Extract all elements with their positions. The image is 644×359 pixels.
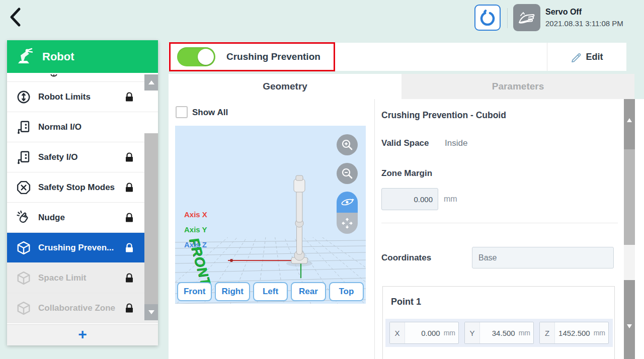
view-rear-button[interactable]: Rear xyxy=(291,282,326,301)
axis-z-label: Axis Z xyxy=(184,240,207,249)
view-right-button[interactable]: Right xyxy=(215,282,250,301)
tab-bar: Geometry Parameters xyxy=(169,74,634,99)
sidebar-item-crushing-prevention[interactable]: Crushing Preven... xyxy=(7,233,158,263)
zone-margin-input[interactable]: 0.000 xyxy=(381,188,438,210)
lock-icon xyxy=(124,152,135,163)
zoom-in-button[interactable] xyxy=(337,134,358,155)
zoom-in-icon xyxy=(341,138,354,151)
sidebar-title: Robot xyxy=(42,50,74,63)
pencil-icon xyxy=(571,51,582,62)
point-x-value: 0.000 xyxy=(405,322,442,343)
coordinates-select[interactable]: Base xyxy=(472,247,614,268)
sidebar-item-robot-limits[interactable]: Robot Limits xyxy=(7,82,158,112)
io-icon xyxy=(16,150,31,165)
cube-icon xyxy=(16,301,31,316)
edit-button[interactable]: Edit xyxy=(547,43,626,71)
view-buttons: Front Right Left Rear Top xyxy=(177,282,364,301)
sidebar-list: Robot Limits Normal I/O Safety I/O xyxy=(7,73,158,324)
sidebar-item-label: Collaborative Zone xyxy=(38,303,115,313)
valid-space-value: Inside xyxy=(445,138,467,148)
io-icon xyxy=(16,120,31,135)
scroll-up-button[interactable] xyxy=(144,74,158,91)
view-top-button[interactable]: Top xyxy=(329,282,364,301)
scroll-track[interactable] xyxy=(624,245,635,280)
sidebar-item-label: Nudge xyxy=(38,213,65,223)
coordinates-label: Coordinates xyxy=(381,253,431,263)
view-front-button[interactable]: Front xyxy=(177,282,212,301)
scroll-down-button[interactable] xyxy=(624,280,635,359)
clipped-item-above xyxy=(7,73,158,82)
topbar-divider xyxy=(507,8,508,28)
point-y-value: 34.500 xyxy=(480,322,517,343)
view-left-button[interactable]: Left xyxy=(253,282,288,301)
sidebar-item-label: Safety I/O xyxy=(38,152,77,162)
lock-icon xyxy=(124,212,135,223)
show-all-checkbox[interactable] xyxy=(176,106,188,118)
pan-mode-button[interactable] xyxy=(337,213,358,234)
point-title: Point 1 xyxy=(391,297,421,307)
sidebar-item-normal-io[interactable]: Normal I/O xyxy=(7,112,158,142)
unit-label: mm xyxy=(517,322,533,343)
axis-y-label: Axis Y xyxy=(184,225,207,234)
lock-icon xyxy=(124,273,135,284)
feature-header: Crushing Prevention Edit xyxy=(169,43,626,71)
show-all-label: Show All xyxy=(192,108,228,118)
point-z-field[interactable]: Z 1452.500 mm xyxy=(539,322,609,344)
timestamp: 2021.08.31 3:11:08 PM xyxy=(545,19,623,28)
feature-title: Crushing Prevention xyxy=(226,51,320,62)
crushing-prevention-toggle[interactable] xyxy=(177,47,215,66)
orbit-icon xyxy=(340,196,354,208)
scroll-down-button[interactable] xyxy=(144,304,158,320)
servo-power-button[interactable] xyxy=(474,5,501,31)
zoom-out-icon xyxy=(341,167,354,180)
sidebar-item-label: Safety Stop Modes xyxy=(38,183,115,193)
hand-guide-status-icon xyxy=(513,4,540,31)
valid-space-label: Valid Space xyxy=(381,138,429,148)
robot-arm-icon xyxy=(15,47,35,66)
lock-icon xyxy=(124,92,135,103)
axis-letter: Z xyxy=(540,322,555,343)
axis-x-label: Axis X xyxy=(184,210,207,219)
sidebar-item-safety-io[interactable]: Safety I/O xyxy=(7,142,158,172)
sidebar-item-safety-stop-modes[interactable]: Safety Stop Modes xyxy=(7,172,158,203)
gauge-icon xyxy=(16,89,31,105)
toggle-knob xyxy=(198,49,214,65)
servo-power-icon xyxy=(479,10,496,26)
point-1-section: Point 1 X 0.000 mm Y 34.500 mm Z 1452.50… xyxy=(382,286,615,359)
back-chevron-icon xyxy=(8,7,28,27)
sidebar-item-nudge[interactable]: Nudge xyxy=(7,203,158,233)
point-x-field[interactable]: X 0.000 mm xyxy=(389,322,459,344)
nudge-hand-icon xyxy=(16,210,31,225)
zone-margin-label: Zone Margin xyxy=(381,168,432,178)
tab-parameters[interactable]: Parameters xyxy=(401,74,634,99)
cube-icon xyxy=(16,240,31,255)
scroll-thumb[interactable] xyxy=(144,133,158,304)
scroll-thumb[interactable] xyxy=(624,149,635,245)
sidebar-item-space-limit[interactable]: Space Limit xyxy=(7,263,158,293)
rotate-mode-button[interactable] xyxy=(337,192,358,213)
point-values-row: X 0.000 mm Y 34.500 mm Z 1452.500 mm xyxy=(385,319,613,347)
section-divider xyxy=(381,223,618,223)
content-area: Show All xyxy=(169,99,644,359)
back-button[interactable] xyxy=(8,6,28,28)
cube-icon xyxy=(16,271,31,286)
point-z-value: 1452.500 xyxy=(555,322,592,343)
sidebar-scrollbar xyxy=(144,73,158,324)
zoom-out-button[interactable] xyxy=(337,163,358,184)
3d-viewport[interactable]: FRONT Axis X Axis Y Axis Z xyxy=(175,126,366,304)
point-y-field[interactable]: Y 34.500 mm xyxy=(464,322,534,344)
scroll-up-button[interactable] xyxy=(624,99,635,149)
pan-arrows-icon xyxy=(341,217,354,230)
sidebar-item-label: Crushing Preven... xyxy=(38,243,114,253)
edit-label: Edit xyxy=(586,52,603,62)
view-mode-control[interactable] xyxy=(337,192,358,234)
sidebar-item-label: Space Limit xyxy=(38,273,86,283)
axis-letter: X xyxy=(390,322,405,343)
sidebar-item-collaborative-zone[interactable]: Collaborative Zone xyxy=(7,293,158,323)
stop-octagon-icon xyxy=(16,180,31,195)
tab-geometry[interactable]: Geometry xyxy=(169,74,401,99)
details-scrollbar xyxy=(624,99,635,359)
zone-margin-unit: mm xyxy=(444,195,457,204)
axis-letter: Y xyxy=(465,322,480,343)
add-item-button[interactable]: + xyxy=(7,324,158,345)
